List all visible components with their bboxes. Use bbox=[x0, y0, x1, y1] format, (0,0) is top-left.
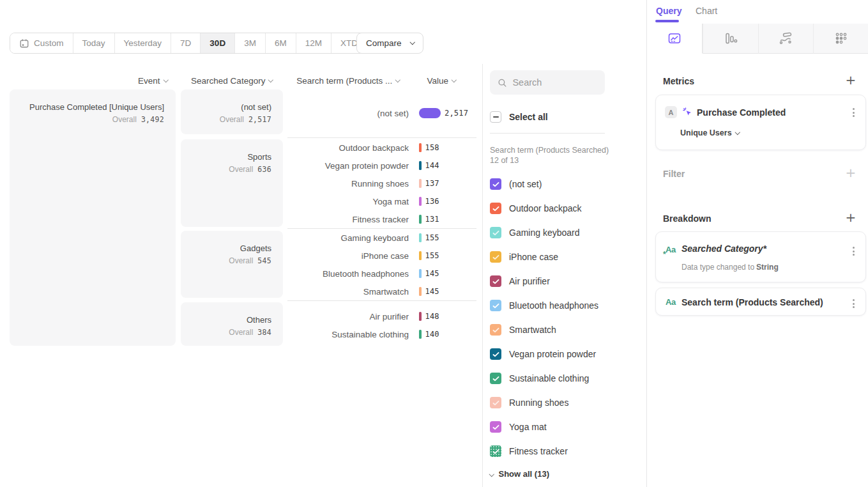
table-row[interactable]: Yoga mat 136 bbox=[287, 192, 476, 210]
breakdown-card[interactable]: Aa* Searched Category* Data type changed… bbox=[655, 231, 866, 282]
measure-dropdown[interactable]: Unique Users bbox=[680, 128, 739, 137]
column-header-event[interactable]: Event bbox=[96, 75, 167, 86]
tab-query[interactable]: Query bbox=[656, 6, 681, 16]
date-today-button[interactable]: Today bbox=[73, 33, 115, 53]
column-header-searched-category[interactable]: Searched Category bbox=[181, 75, 283, 86]
filter-item[interactable]: Bluetooth headphones bbox=[490, 300, 598, 311]
date-custom-button[interactable]: Custom bbox=[10, 33, 73, 53]
chevron-down-icon bbox=[395, 77, 400, 82]
add-filter-button[interactable]: + bbox=[845, 167, 857, 178]
breakdown-options-button[interactable] bbox=[851, 245, 857, 258]
checkbox-checked[interactable] bbox=[490, 421, 501, 433]
select-all-row[interactable]: Select all bbox=[490, 111, 548, 123]
table-row[interactable]: Gaming keyboard 155 bbox=[287, 229, 476, 247]
checkbox-checked[interactable] bbox=[490, 178, 501, 190]
date-30d-label: 30D bbox=[209, 38, 225, 48]
check-icon bbox=[492, 254, 499, 260]
value-text: 145 bbox=[425, 269, 439, 278]
checkbox-checked[interactable] bbox=[490, 397, 501, 408]
checkbox-checked[interactable] bbox=[490, 348, 501, 360]
category-cell-sports[interactable]: Sports Overall636 bbox=[181, 139, 283, 227]
chevron-down-icon bbox=[735, 130, 740, 135]
checkbox-checked[interactable] bbox=[490, 445, 501, 457]
tab-chart[interactable]: Chart bbox=[696, 6, 717, 16]
add-metric-button[interactable]: + bbox=[845, 74, 857, 86]
report-tab-insights[interactable] bbox=[647, 24, 703, 54]
checkbox-checked[interactable] bbox=[490, 275, 501, 287]
checkbox-indeterminate[interactable] bbox=[490, 111, 501, 123]
chevron-down-icon bbox=[452, 77, 457, 82]
filter-item-label: Air purifier bbox=[509, 276, 550, 286]
filter-item[interactable]: Outdoor backpack bbox=[490, 203, 582, 214]
compare-button[interactable]: Compare bbox=[356, 33, 423, 54]
table-row[interactable]: Running shoes 137 bbox=[287, 174, 476, 192]
table-row[interactable]: Outdoor backpack 158 bbox=[287, 139, 476, 157]
filter-item[interactable]: Fitness tracker bbox=[490, 445, 568, 457]
report-tab-flows[interactable] bbox=[758, 24, 814, 54]
calendar-icon bbox=[19, 38, 29, 49]
search-term-label: Sustainable clothing bbox=[287, 330, 409, 339]
checkbox-checked[interactable] bbox=[490, 203, 501, 214]
table-row[interactable]: Bluetooth headphones 145 bbox=[287, 265, 476, 282]
show-all-button[interactable]: Show all (13) bbox=[490, 469, 549, 479]
report-tab-funnels[interactable] bbox=[703, 24, 758, 54]
add-breakdown-button[interactable]: + bbox=[845, 212, 857, 223]
flows-icon bbox=[778, 32, 793, 45]
table-row[interactable]: Sustainable clothing 140 bbox=[287, 325, 476, 343]
filter-item-label: Outdoor backpack bbox=[509, 203, 582, 213]
value-text: 140 bbox=[425, 330, 439, 339]
table-row[interactable]: Vegan protein powder 144 bbox=[287, 157, 476, 174]
filter-item[interactable]: iPhone case bbox=[490, 251, 558, 263]
date-3m-button[interactable]: 3M bbox=[235, 33, 266, 53]
value-bar bbox=[419, 143, 422, 152]
filter-item[interactable]: Vegan protein powder bbox=[490, 348, 596, 360]
chevron-down-icon bbox=[489, 472, 494, 477]
date-yesterday-button[interactable]: Yesterday bbox=[115, 33, 172, 53]
filter-item[interactable]: Running shoes bbox=[490, 397, 568, 408]
search-term-label: Bluetooth headphones bbox=[287, 269, 409, 279]
event-cell[interactable]: Purchase Completed [Unique Users] Overal… bbox=[10, 89, 176, 346]
metric-card[interactable]: A Purchase Completed Unique Users bbox=[655, 95, 866, 150]
search-input[interactable] bbox=[512, 77, 597, 88]
filter-item[interactable]: Sustainable clothing bbox=[490, 373, 589, 384]
date-30d-button[interactable]: 30D bbox=[201, 33, 235, 53]
date-7d-button[interactable]: 7D bbox=[171, 33, 201, 53]
active-tab-underline bbox=[655, 20, 679, 22]
filter-item[interactable]: (not set) bbox=[490, 178, 542, 190]
checkbox-checked[interactable] bbox=[490, 373, 501, 384]
filter-item-label: Yoga mat bbox=[509, 422, 547, 432]
filter-item-label: Vegan protein powder bbox=[509, 349, 596, 359]
category-cell-gadgets[interactable]: Gadgets Overall545 bbox=[181, 231, 283, 298]
checkbox-checked[interactable] bbox=[490, 300, 501, 311]
filter-item[interactable]: Air purifier bbox=[490, 275, 550, 287]
check-icon bbox=[492, 230, 499, 236]
category-cell-not-set[interactable]: (not set) Overall2,517 bbox=[181, 89, 283, 134]
overall-label: Overall bbox=[112, 115, 137, 124]
table-row[interactable]: (not set) 2,517 bbox=[287, 104, 476, 122]
column-header-search-term[interactable]: Search term (Products ... bbox=[286, 75, 410, 86]
report-tab-retention[interactable] bbox=[813, 24, 868, 54]
report-type-tabs bbox=[647, 24, 868, 54]
search-box[interactable] bbox=[490, 70, 605, 95]
column-header-value[interactable]: Value bbox=[415, 75, 468, 86]
date-12m-button[interactable]: 12M bbox=[296, 33, 331, 53]
table-row[interactable]: Smartwatch 145 bbox=[287, 282, 476, 300]
category-cell-others[interactable]: Others Overall384 bbox=[181, 302, 283, 346]
search-term-label: Fitness tracker bbox=[287, 215, 409, 224]
filter-item[interactable]: Gaming keyboard bbox=[490, 227, 580, 238]
search-term-label: Air purifier bbox=[287, 312, 409, 321]
table-row[interactable]: Air purifier 148 bbox=[287, 307, 476, 325]
checkbox-checked[interactable] bbox=[490, 227, 501, 238]
date-6m-button[interactable]: 6M bbox=[266, 33, 296, 53]
date-yesterday-label: Yesterday bbox=[124, 38, 162, 48]
breakdown-options-button[interactable] bbox=[851, 297, 857, 310]
checkbox-checked[interactable] bbox=[490, 324, 501, 336]
checkbox-checked[interactable] bbox=[490, 251, 501, 263]
filter-item[interactable]: Yoga mat bbox=[490, 421, 547, 433]
metric-letter-badge: A bbox=[665, 106, 677, 118]
breakdown-card[interactable]: Aa Search term (Products Searched) bbox=[655, 288, 866, 316]
table-row[interactable]: Fitness tracker 131 bbox=[287, 210, 476, 228]
filter-item[interactable]: Smartwatch bbox=[490, 324, 556, 336]
table-row[interactable]: iPhone case 155 bbox=[287, 247, 476, 265]
metric-options-button[interactable] bbox=[851, 106, 857, 119]
